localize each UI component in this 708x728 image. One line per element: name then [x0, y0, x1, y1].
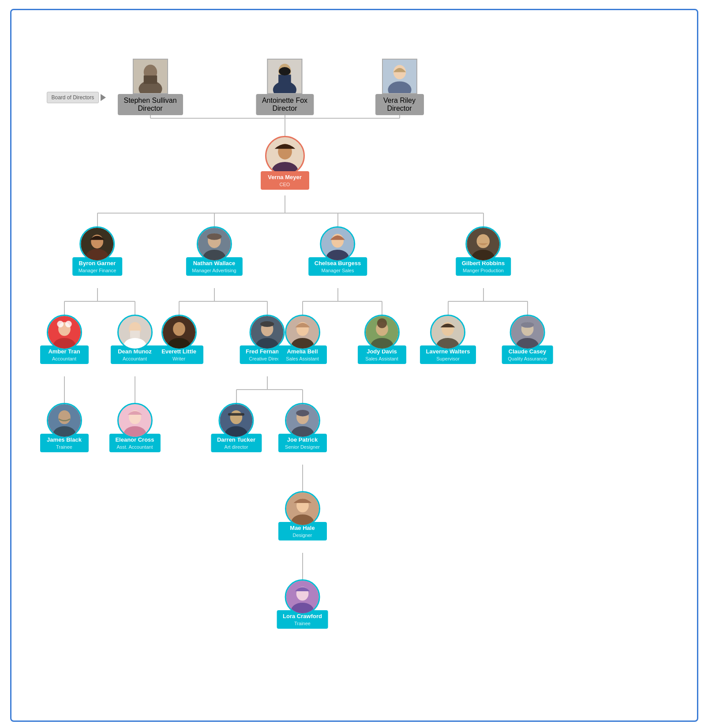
node-joe: Joe Patrick Senior Designer: [278, 403, 327, 452]
svg-point-98: [58, 410, 71, 424]
avatar-jody: [364, 315, 400, 350]
avatar-byron: [79, 226, 115, 262]
svg-rect-42: [143, 75, 157, 84]
board-of-directors-label: Board of Directors: [47, 92, 106, 103]
node-antoinette: Antoinette Fox Director: [256, 59, 314, 115]
avatar-everett: [161, 315, 197, 350]
label-stephen: Stephen Sullivan Director: [117, 94, 183, 115]
node-stephen: Stephen Sullivan Director: [117, 59, 183, 115]
avatar-dean: [117, 315, 153, 350]
svg-rect-46: [278, 75, 291, 84]
node-eleanor: Eleanor Cross Asst. Accountant: [109, 403, 160, 452]
node-mae: Mae Hale Designer: [278, 491, 327, 540]
svg-point-77: [173, 322, 185, 336]
avatar-vera: [382, 59, 417, 94]
svg-rect-75: [130, 330, 139, 338]
node-laverne: Laverne Walters Supervisor: [420, 315, 476, 364]
node-claude: Claude Casey Quality Assurance: [502, 315, 553, 364]
svg-point-71: [65, 321, 71, 327]
node-verna: Verna Meyer CEO: [261, 136, 309, 190]
svg-rect-106: [228, 413, 244, 416]
avatar-amber: [47, 315, 82, 350]
node-jody: Jody Davis Sales Assistant: [358, 315, 406, 364]
connector-lines: [20, 23, 688, 707]
avatar-eleanor: [117, 403, 153, 438]
node-amber: Amber Tran Accountant: [40, 315, 89, 364]
label-verna: Verna Meyer CEO: [261, 171, 309, 190]
node-chelsea: Chelsea Burgess Manager Sales: [308, 226, 367, 276]
label-antoinette: Antoinette Fox Director: [256, 94, 314, 115]
avatar-joe: [285, 403, 320, 438]
svg-point-82: [260, 321, 274, 327]
svg-point-60: [207, 233, 221, 240]
svg-point-47: [279, 67, 291, 75]
svg-point-110: [296, 410, 309, 417]
svg-point-70: [57, 321, 64, 327]
node-byron: Byron Garner Manager Finance: [72, 226, 123, 276]
svg-point-96: [521, 322, 534, 328]
avatar-claude: [510, 315, 545, 350]
node-gilbert: Gilbert Robbins Manger Production: [456, 226, 511, 276]
avatar-laverne: [430, 315, 465, 350]
node-vera: Vera Riley Director: [375, 59, 424, 115]
avatar-gilbert: [466, 226, 501, 262]
node-everett: Everett Little Writer: [155, 315, 203, 364]
avatar-stephen: [133, 59, 168, 94]
node-amelia: Amelia Bell Sales Assistant: [278, 315, 327, 364]
svg-point-104: [230, 410, 243, 424]
node-darren: Darren Tucker Art director: [211, 403, 262, 452]
svg-point-65: [477, 234, 490, 248]
avatar-lora: [285, 579, 320, 615]
label-vera: Vera Riley Director: [375, 94, 424, 115]
node-nathan: Nathan Wallace Manager Advertising: [186, 226, 242, 276]
avatar-verna: [265, 136, 305, 176]
avatar-antoinette: [267, 59, 302, 94]
board-arrow-icon: [101, 94, 106, 101]
node-james: James Black Trainee: [40, 403, 89, 452]
org-chart: Board of Directors Stephen Sullivan Dire…: [20, 23, 688, 707]
svg-point-89: [377, 319, 386, 328]
avatar-amelia: [285, 315, 320, 350]
avatar-mae: [285, 491, 320, 526]
avatar-nathan: [197, 226, 232, 262]
node-dean: Dean Munoz Accountant: [111, 315, 159, 364]
avatar-darren: [219, 403, 254, 438]
board-box: Board of Directors: [47, 92, 99, 103]
avatar-james: [47, 403, 82, 438]
avatar-chelsea: [320, 226, 356, 262]
chart-container: Board of Directors Stephen Sullivan Dire…: [10, 9, 698, 722]
node-lora: Lora Crawford Trainee: [277, 579, 328, 629]
